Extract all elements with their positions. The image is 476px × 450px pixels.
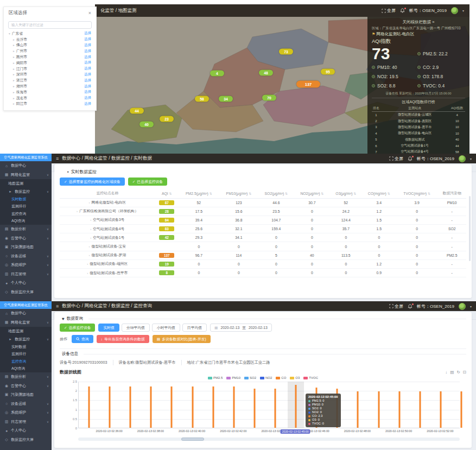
region-tree-city[interactable]: ▸湛江市选择 xyxy=(4,78,96,84)
co-bar[interactable] xyxy=(233,386,234,428)
save-image-icon[interactable]: ⊡ xyxy=(463,370,466,375)
column-header[interactable]: 监控站点名称 xyxy=(60,189,155,198)
column-header[interactable]: SO2(μg/m³) ⇅ xyxy=(258,189,294,198)
rank-row[interactable]: 5假数据站测试40 xyxy=(372,137,465,143)
close-icon[interactable]: × xyxy=(88,10,91,16)
aqi-map-marker[interactable]: 23 xyxy=(160,116,174,122)
sidebar-item-personal-center[interactable]: ●个人中心 xyxy=(0,278,52,288)
co-bar[interactable] xyxy=(171,386,173,428)
sidebar-item-device-ops[interactable]: ○设备运维∨ xyxy=(0,252,52,261)
legend-item-TVOC[interactable]: TVOC xyxy=(303,376,318,379)
region-tree-city[interactable]: ▸江门市选择 xyxy=(4,66,96,72)
co-bar[interactable] xyxy=(357,391,359,428)
sidebar-item-log-manage[interactable]: ▥日志管理∨ xyxy=(0,270,52,279)
co-bar[interactable] xyxy=(440,391,441,428)
select-link[interactable]: 选择 xyxy=(84,96,91,100)
region-tree-city[interactable]: ▸云浮市选择 xyxy=(4,36,96,42)
select-grid-devices-button[interactable]: ✓ 选择需要监控的网格化区域设备 xyxy=(60,178,125,186)
column-header[interactable]: AQI ⇅ xyxy=(155,189,179,198)
sidebar-item-monitor-rank[interactable]: 监测排行 xyxy=(0,351,52,358)
fullscreen-button[interactable]: 全屏 xyxy=(389,156,403,162)
sort-icon[interactable]: ⇅ xyxy=(210,192,212,195)
region-tree-province[interactable]: ▾广东省选择 xyxy=(4,31,96,37)
sidebar-item-aqi-query[interactable]: AQI查询 xyxy=(0,365,52,373)
sidebar-item-map-monitor[interactable]: 地图监测 xyxy=(0,327,52,335)
select-link[interactable]: 选择 xyxy=(84,72,91,77)
legend-item-PM2.5[interactable]: PM2.5 xyxy=(208,376,223,379)
co-bar[interactable] xyxy=(419,391,421,428)
column-header[interactable]: TVOC(mg/m³) ⇅ xyxy=(396,189,438,198)
sidebar-item-grid-supervise[interactable]: ▦网格化监管∨ xyxy=(0,318,52,327)
co-bar[interactable] xyxy=(88,386,90,428)
column-header[interactable]: PM10(μg/m³) ⇅ xyxy=(219,189,258,198)
region-tree-city[interactable]: ▸潮州市选择 xyxy=(4,84,96,90)
map-view[interactable]: 化监管 / 地图监测 全屏帐号：OSEN_2019▾ 7344895137583… xyxy=(95,4,469,154)
data-view-icon[interactable]: ▤ xyxy=(450,370,454,375)
region-search-input[interactable] xyxy=(8,21,92,29)
region-tree-city[interactable]: ▸珠海市选择 xyxy=(4,89,96,95)
aqi-map-marker[interactable]: 34 xyxy=(219,96,233,102)
legend-item-SO2[interactable]: SO2 xyxy=(244,376,256,379)
aqi-map-marker[interactable]: 73 xyxy=(279,49,293,55)
column-header[interactable]: 数据污染物 xyxy=(437,189,466,198)
sidebar-item-data-analysis[interactable]: ▤数据分析∨ xyxy=(0,372,52,382)
menu-toggle-icon[interactable]: ≡ xyxy=(56,303,59,309)
select-device-button[interactable]: ✓ 选择监控设备 xyxy=(60,324,95,332)
table-scrollbar[interactable] xyxy=(469,196,471,261)
sidebar-item-data-analysis[interactable]: ▤数据分析∨ xyxy=(0,225,52,234)
region-tree-city[interactable]: ▸惠州市选择 xyxy=(4,54,96,60)
sidebar-item-data-center[interactable]: ⌂数据中心 xyxy=(0,161,52,170)
co-bar[interactable] xyxy=(192,386,193,428)
mode-tab-日平均值[interactable]: 日平均值 xyxy=(182,324,207,332)
sidebar-item-data-monitor[interactable]: ▸数据监控∨ xyxy=(0,335,52,343)
aqi-map-marker[interactable]: 137 xyxy=(296,81,320,88)
region-tree-city[interactable]: ▸佛山市选择 xyxy=(4,42,96,48)
co-bar[interactable] xyxy=(378,391,379,428)
co-bar[interactable] xyxy=(109,386,111,428)
aqi-map-marker[interactable]: 95 xyxy=(321,69,335,75)
rank-row[interactable]: 1微型站测试设备-云城区4 xyxy=(372,112,465,118)
aqi-map-marker[interactable]: 4 xyxy=(210,71,224,77)
select-link[interactable]: 选择 xyxy=(84,31,91,36)
rank-row[interactable]: 3微型站测试设备-恩平市10 xyxy=(372,124,465,130)
sidebar-item-monitor-query[interactable]: 监控查询 xyxy=(0,358,52,365)
column-header[interactable]: NO2(μg/m³) ⇅ xyxy=(294,189,330,198)
region-tree-city[interactable]: ▸茂名市选择 xyxy=(4,95,96,101)
legend-item-PM10[interactable]: PM10 xyxy=(226,376,240,379)
select-link[interactable]: 选择 xyxy=(84,102,91,106)
co-bar[interactable] xyxy=(398,391,400,428)
mode-tab-小时平均值[interactable]: 小时平均值 xyxy=(152,324,180,332)
region-tree-city[interactable]: ▸广州市选择 xyxy=(4,48,96,54)
select-link[interactable]: 选择 xyxy=(84,90,91,94)
legend-item-CO[interactable]: CO xyxy=(276,376,286,379)
fullscreen-button[interactable]: 全屏 xyxy=(382,8,396,14)
export-data-button[interactable]: ↓ 导出当前查询条件的数据 xyxy=(97,335,149,343)
menu-toggle-icon[interactable]: ≡ xyxy=(56,156,59,161)
co-bar[interactable] xyxy=(253,389,255,428)
sort-icon[interactable]: ⇅ xyxy=(388,192,390,195)
sidebar-item-alert-center[interactable]: ◉告警中心∨ xyxy=(0,234,52,243)
co-bar[interactable] xyxy=(150,386,152,428)
co-bar[interactable] xyxy=(295,385,297,428)
sidebar-item-alert-center[interactable]: ◉告警中心∨ xyxy=(0,382,52,391)
select-link[interactable]: 选择 xyxy=(84,37,91,42)
select-link[interactable]: 选择 xyxy=(84,66,91,71)
region-tree-city[interactable]: ▸揭阳市选择 xyxy=(4,60,96,66)
sidebar-item-pollution-map[interactable]: ▣污染溯源地图 xyxy=(0,243,52,252)
select-link[interactable]: 选择 xyxy=(84,84,91,89)
sidebar-item-system-maintain[interactable]: ◎系统维护∨ xyxy=(0,408,52,417)
scrollbar-handle[interactable] xyxy=(181,438,204,441)
aqi-map-marker[interactable]: 58 xyxy=(195,96,209,102)
aqi-map-marker[interactable]: 70 xyxy=(262,95,276,101)
select-link[interactable]: 选择 xyxy=(84,60,91,65)
rank-row[interactable]: 7空气站测试设备4号58 xyxy=(372,149,465,154)
sidebar-item-monitor-query[interactable]: 监控查询 xyxy=(0,210,52,218)
date-range-picker[interactable]: ▦ 2020-02-13 至 2020-02-13 xyxy=(210,324,272,332)
sidebar-item-aqi-query[interactable]: AQI查询 xyxy=(0,218,52,225)
column-header[interactable]: CO(mg/m³) ⇅ xyxy=(362,189,396,198)
column-header[interactable]: O3(μg/m³) ⇅ xyxy=(330,189,362,198)
co-bar[interactable] xyxy=(275,389,276,428)
sidebar-item-data-center[interactable]: ⌂数据中心 xyxy=(0,309,52,318)
query-button[interactable]: 查询 xyxy=(72,335,93,343)
sidebar-item-data-monitor[interactable]: ▸数据监控∨ xyxy=(0,187,52,195)
